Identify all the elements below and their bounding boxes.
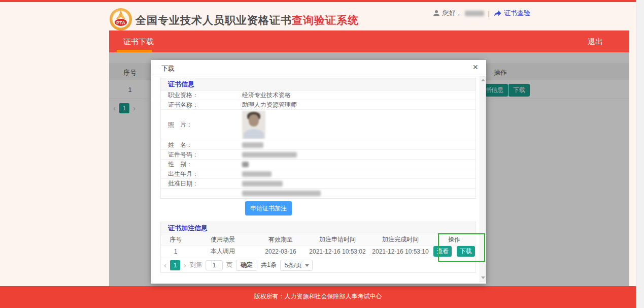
approve-date-redacted	[242, 181, 283, 187]
gender-redacted	[242, 162, 249, 167]
gender-label: 性 别：	[161, 160, 242, 169]
birth-redacted	[242, 171, 272, 177]
user-greeting: 您好， | 证书查验	[433, 9, 530, 18]
goto-page-input[interactable]	[206, 260, 223, 270]
cert-info-table: 证书信息 职业资格： 经济专业技术资格 证书名称： 助理人力资源管理师 照 片：…	[160, 78, 476, 199]
goto-label: 到第	[190, 261, 202, 269]
modal-scrollbar[interactable]	[480, 76, 486, 282]
cert-name-value: 助理人力资源管理师	[242, 101, 476, 109]
total-count-label: 共1条	[261, 261, 277, 269]
logo-text: PTA	[116, 20, 125, 25]
copyright-text: 版权所有：人力资源和社会保障部人事考试中心	[254, 293, 382, 300]
row-approve-date: 批准日期：	[161, 179, 476, 189]
close-icon[interactable]: ×	[472, 62, 478, 72]
apply-annotation-button[interactable]: 申请证书加注	[245, 201, 292, 215]
id-photo	[242, 111, 265, 139]
id-number-label: 证件号码：	[161, 150, 242, 159]
row-cert-name: 证书名称： 助理人力资源管理师	[161, 100, 476, 110]
tab-cert-download[interactable]: 证书下载	[117, 30, 160, 52]
approve-date-label: 批准日期：	[161, 179, 242, 188]
greeting-divider: |	[488, 10, 490, 17]
chevron-down-icon	[305, 264, 309, 267]
occupation-label: 职业资格：	[161, 91, 242, 100]
cell-valid-until: 2022-03-16	[255, 245, 306, 258]
header: PTA 全国专业技术人员职业资格证书查询验证系统 您好， | 证书查验	[109, 2, 629, 30]
site-title: 全国专业技术人员职业资格证书查询验证系统	[135, 13, 359, 27]
row-occupation: 职业资格： 经济专业技术资格	[161, 90, 476, 100]
anno-next-page-icon[interactable]: ›	[184, 260, 186, 270]
cell-index: 1	[161, 245, 190, 258]
annotation-section: 证书加注信息 序号 使用场景 有效期至 加注申请时间 加注完成时间 操作 1	[160, 222, 476, 273]
cert-info-section-title: 证书信息	[161, 78, 476, 90]
row-id-number: 证件号码：	[161, 150, 476, 160]
row-download-button[interactable]: 下载	[457, 246, 475, 257]
page: PTA 全国专业技术人员职业资格证书查询验证系统 您好， | 证书查验 证书下载…	[0, 0, 644, 308]
annotation-row: 1 本人调用 2022-03-16 2021-12-16 10:53:02 20…	[161, 245, 477, 258]
scroll-down-icon[interactable]	[481, 276, 485, 279]
goto-confirm-button[interactable]: 确定	[236, 260, 257, 271]
cert-verify-link[interactable]: 证书查验	[504, 9, 530, 18]
footer: 版权所有：人力资源和社会保障部人事考试中心	[0, 286, 636, 308]
scroll-up-icon[interactable]	[481, 79, 485, 81]
share-arrow-icon	[494, 10, 501, 17]
anno-prev-page-icon[interactable]: ‹	[164, 260, 166, 270]
col-scene: 使用场景	[190, 234, 255, 245]
annotation-table: 序号 使用场景 有效期至 加注申请时间 加注完成时间 操作 1 本人调用 202…	[161, 234, 477, 258]
cell-scene: 本人调用	[190, 245, 255, 258]
row-birth: 出生年月：	[161, 169, 476, 179]
cell-actions: 查看 下载	[432, 245, 477, 258]
extra-redacted	[242, 191, 321, 196]
birth-label: 出生年月：	[161, 170, 242, 178]
anno-current-page-button[interactable]: 1	[170, 260, 180, 270]
cert-name-label: 证书名称：	[161, 101, 242, 109]
modal-header: 下载 ×	[151, 60, 486, 75]
user-icon	[433, 10, 440, 17]
annotation-header-row: 序号 使用场景 有效期至 加注申请时间 加注完成时间 操作	[161, 234, 477, 245]
site-title-accent: 查询验证系统	[292, 14, 359, 26]
row-extra	[161, 189, 476, 198]
col-apply-time: 加注申请时间	[306, 234, 369, 245]
logout-button[interactable]: 退出	[588, 30, 603, 52]
site-title-main: 全国专业技术人员职业资格证书	[135, 14, 292, 26]
row-name: 姓 名：	[161, 140, 476, 150]
page-unit-label: 页	[226, 261, 232, 269]
row-photo: 照 片：	[161, 110, 476, 140]
col-valid-until: 有效期至	[255, 234, 306, 245]
pta-logo-icon: PTA	[109, 8, 132, 31]
page-size-select[interactable]: 5条/页	[280, 260, 313, 271]
modal-title: 下载	[161, 64, 175, 73]
row-gender: 性 别：	[161, 160, 476, 169]
name-redacted	[242, 142, 263, 148]
id-number-redacted	[242, 152, 297, 158]
name-label: 姓 名：	[161, 141, 242, 149]
annotation-pagination: ‹ 1 › 到第 页 确定 共1条 5条/页	[161, 258, 476, 272]
user-name-redacted	[465, 11, 484, 16]
page-size-value: 5条/页	[285, 262, 302, 269]
occupation-value: 经济专业技术资格	[242, 91, 476, 100]
col-action: 操作	[432, 234, 477, 245]
col-complete-time: 加注完成时间	[369, 234, 432, 245]
photo-label: 照 片：	[161, 120, 242, 129]
nav-bar: 证书下载 退出	[109, 30, 629, 52]
greeting-prefix: 您好，	[443, 9, 462, 18]
page-scrollbar[interactable]	[636, 0, 644, 308]
cell-apply-time: 2021-12-16 10:53:02	[306, 245, 369, 258]
download-modal: 下载 × 证书信息 职业资格： 经济专业技术资格 证书名称： 助理人力资源管理师…	[151, 60, 486, 284]
view-button[interactable]: 查看	[433, 246, 452, 257]
annotation-section-title: 证书加注信息	[161, 222, 476, 234]
col-index: 序号	[161, 234, 190, 245]
cell-complete-time: 2021-12-16 10:53:10	[369, 245, 432, 258]
